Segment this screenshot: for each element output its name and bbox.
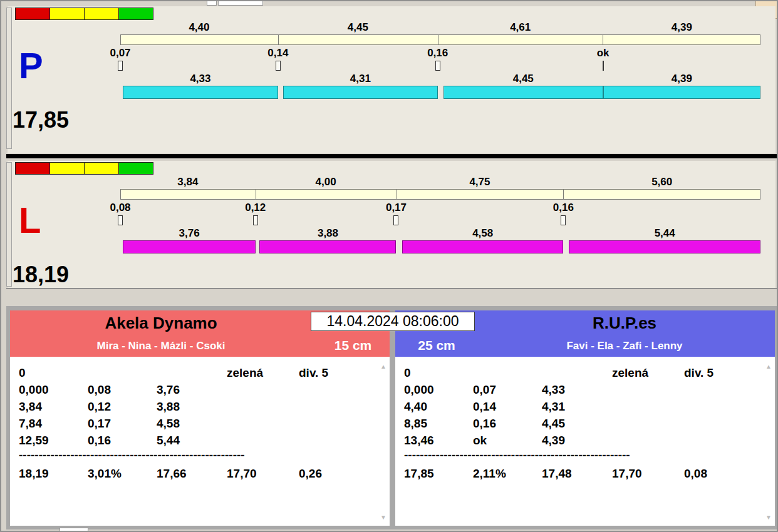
change-time-label: 0,16 <box>553 202 574 214</box>
change-marker <box>118 215 123 225</box>
result-cell: 4,45 <box>542 415 612 432</box>
jump-height-label: 15 cm <box>323 338 383 353</box>
change-time-label: 0,14 <box>267 47 288 59</box>
result-cell <box>227 398 299 415</box>
bar-divider <box>563 190 564 199</box>
dog-time-segment <box>123 240 255 253</box>
bar-divider <box>278 35 279 44</box>
result-cell: 0,14 <box>473 398 542 415</box>
result-cell: 5,44 <box>157 432 227 449</box>
dog-time-segment <box>283 86 438 99</box>
dog-time-segment <box>259 240 396 253</box>
split-interval-label: 4,75 <box>469 176 490 188</box>
bar-divider <box>397 190 397 199</box>
scroll-up-icon[interactable]: ▲ <box>380 363 386 370</box>
result-cell: 0,12 <box>88 398 157 415</box>
result-cell: 4,58 <box>157 415 227 432</box>
dog-time-segment <box>123 86 278 99</box>
lane-letter: P <box>19 48 43 84</box>
result-row: 0,0000,074,33 <box>404 381 775 398</box>
change-time-label: ok <box>597 47 609 59</box>
change-time-label: 0,07 <box>110 47 130 59</box>
scroll-up-icon[interactable]: ▲ <box>765 363 772 370</box>
dog-time-bar <box>120 86 760 99</box>
results-area: Akela Dynamo Mira - Nina - Mázli - Csoki… <box>6 306 777 529</box>
result-cell <box>227 432 299 449</box>
result-row: 18,193,01%17,6617,700,26 <box>19 465 390 482</box>
dog-time-label: 4,58 <box>472 227 493 240</box>
dog-time-label: 4,33 <box>190 73 210 85</box>
split-interval-bar <box>120 34 760 45</box>
change-marker <box>118 61 123 71</box>
scroll-down-icon[interactable]: ▼ <box>380 514 386 521</box>
change-marker <box>253 215 258 225</box>
result-cell: 4,33 <box>542 381 612 398</box>
result-cell <box>612 415 684 432</box>
result-row: 7,840,174,58 <box>19 415 390 432</box>
lane-total-time: 18,19 <box>13 263 69 286</box>
result-cell: zelená <box>612 364 684 381</box>
result-cell: 0,26 <box>299 465 390 482</box>
result-row: 0zelenádiv. 5 <box>19 364 390 381</box>
result-cell: 17,66 <box>157 465 227 482</box>
dog-time-label: 5,44 <box>655 227 675 240</box>
dog-time-segment <box>569 240 760 253</box>
result-row: 0,0000,083,76 <box>19 381 390 398</box>
change-marker <box>561 215 566 225</box>
datetime-display: 14.04.2024 08:06:00 <box>311 312 475 331</box>
scroll-down-icon[interactable]: ▼ <box>765 514 772 521</box>
result-cell: 0,17 <box>88 415 157 432</box>
team-dog-list: Favi - Ela - Zafi - Lenny <box>474 340 775 352</box>
result-cell: 4,40 <box>404 398 473 415</box>
result-cell <box>227 415 299 432</box>
traffic-light-box <box>15 162 50 175</box>
lane-bar-area: 3,844,004,755,600,080,120,170,163,763,88… <box>120 161 760 288</box>
left-splitter[interactable] <box>6 8 12 149</box>
team-name: Akela Dynamo <box>10 314 312 333</box>
result-cell <box>684 398 775 415</box>
app-window: P17,854,404,454,614,390,070,140,16ok4,33… <box>0 0 778 532</box>
result-cell <box>299 381 390 398</box>
left-splitter[interactable] <box>6 162 12 287</box>
result-cell <box>612 432 684 449</box>
dog-time-segment <box>443 86 603 99</box>
result-cell <box>299 398 390 415</box>
change-time-label: 0,08 <box>110 202 130 214</box>
dog-time-label: 3,76 <box>179 227 200 240</box>
result-cell: 0,16 <box>473 415 542 432</box>
result-cell <box>684 415 775 432</box>
result-cell <box>299 432 390 449</box>
change-time-label: 0,17 <box>386 202 407 214</box>
traffic-light-box <box>49 8 85 20</box>
result-cell: 3,76 <box>157 381 227 398</box>
result-cell: 3,01% <box>88 465 157 482</box>
result-row: 3,840,123,88 <box>19 398 390 415</box>
dog-time-label: 3,88 <box>318 227 338 240</box>
split-interval-label: 4,40 <box>189 21 209 34</box>
result-cell <box>299 415 390 432</box>
dog-time-bar <box>120 240 760 253</box>
result-row: 17,852,11%17,4817,700,08 <box>404 465 775 482</box>
result-cell: 0,000 <box>19 381 88 398</box>
result-cell: 0,08 <box>88 381 157 398</box>
result-cell: zelená <box>227 364 299 381</box>
result-cell: 13,46 <box>404 432 473 449</box>
change-marker <box>276 61 281 71</box>
change-marker <box>603 61 604 71</box>
result-cell <box>542 364 612 381</box>
result-cell <box>684 381 775 398</box>
result-cell: 17,48 <box>542 465 612 482</box>
result-cell: 8,85 <box>404 415 473 432</box>
change-marker <box>435 61 440 71</box>
dog-time-label: 4,31 <box>350 73 371 85</box>
result-cell: 18,19 <box>19 465 88 482</box>
team-name: R.U.P.es <box>474 314 775 333</box>
result-cell: 17,70 <box>612 465 684 482</box>
split-interval-label: 4,61 <box>510 21 531 34</box>
jump-height-label: 25 cm <box>405 338 468 353</box>
split-interval-label: 5,60 <box>651 176 672 188</box>
result-cell: 17,85 <box>404 465 473 482</box>
result-cell: 0 <box>404 364 473 381</box>
result-cell: 12,59 <box>19 432 88 449</box>
dog-time-label: 4,45 <box>513 73 534 85</box>
